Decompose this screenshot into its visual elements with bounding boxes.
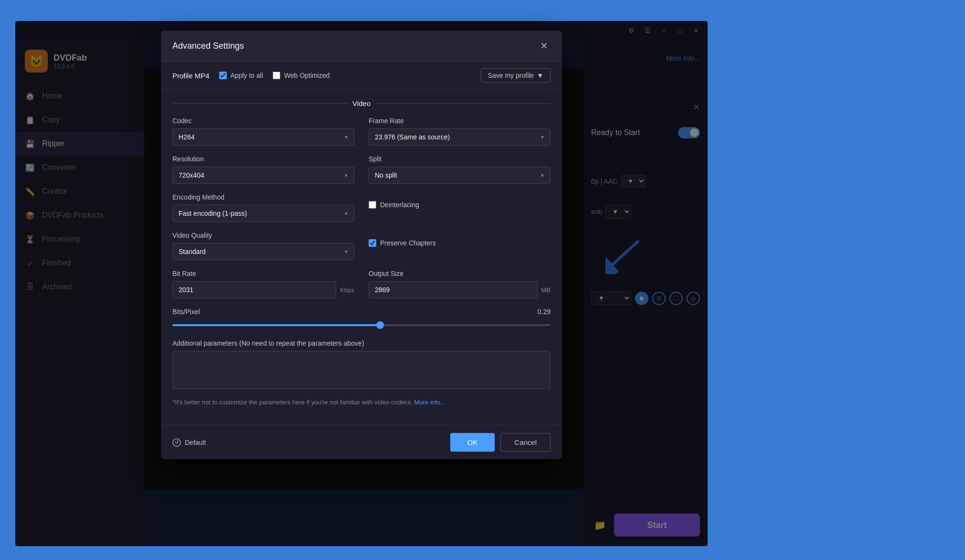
preserve-chapters-label: Preserve Chapters	[380, 239, 436, 247]
bit-rate-input-group: 2031 Kbps	[172, 281, 354, 298]
frame-rate-field: Frame Rate 23.976 (Same as source) 24 25…	[369, 117, 551, 146]
resolution-select-wrapper: 720x404 1280x720 1920x1080	[172, 167, 354, 184]
bits-pixel-value: 0.29	[538, 308, 551, 316]
dialog-body: Video Codec H264 H265 MPEG4 VP9	[161, 90, 562, 425]
encoding-method-field: Encoding Method Fast encoding (1-pass) B…	[172, 193, 354, 222]
web-optimized-label: Web Optimized	[284, 72, 329, 79]
split-field: Split No split By size By time	[369, 155, 551, 184]
warning-text: *It's better not to customize the parame…	[172, 399, 413, 406]
bit-rate-label: Bit Rate	[172, 270, 354, 277]
resolution-field: Resolution 720x404 1280x720 1920x1080	[172, 155, 354, 184]
encoding-method-select-wrapper: Fast encoding (1-pass) Best quality (2-p…	[172, 205, 354, 222]
bit-rate-input[interactable]: 2031	[172, 281, 336, 298]
encoding-method-select[interactable]: Fast encoding (1-pass) Best quality (2-p…	[172, 205, 354, 222]
default-icon: ↺	[172, 438, 181, 447]
cancel-button[interactable]: Cancel	[500, 433, 551, 452]
output-size-label: Output Size	[369, 270, 551, 277]
split-select-wrapper: No split By size By time	[369, 167, 551, 184]
split-label: Split	[369, 155, 551, 163]
codec-label: Codec	[172, 117, 354, 125]
video-section-header: Video	[172, 99, 551, 107]
output-size-unit: MB	[541, 286, 551, 294]
web-optimized-checkbox[interactable]	[273, 72, 280, 79]
more-info-link[interactable]: More info...	[414, 399, 445, 406]
codec-select-wrapper: H264 H265 MPEG4 VP9	[172, 128, 354, 146]
bits-pixel-label-row: Bits/Pixel 0.29	[172, 308, 551, 316]
apply-to-all-label: Apply to all	[231, 72, 263, 79]
frame-rate-select-wrapper: 23.976 (Same as source) 24 25 29.97 30 6…	[369, 128, 551, 146]
preserve-chapters-field: Preserve Chapters	[369, 232, 551, 260]
encoding-method-label: Encoding Method	[172, 193, 354, 201]
dialog-close-button[interactable]: ✕	[537, 39, 551, 53]
default-button[interactable]: ↺ Default	[172, 438, 206, 447]
frame-rate-select[interactable]: 23.976 (Same as source) 24 25 29.97 30 6…	[369, 128, 551, 146]
additional-params-label: Additional parameters (No need to repeat…	[172, 339, 551, 347]
ok-button[interactable]: OK	[450, 433, 495, 452]
dialog-toolbar: Profile MP4 Apply to all Web Optimized S…	[161, 62, 562, 90]
section-line-left	[172, 103, 348, 104]
resolution-label: Resolution	[172, 155, 354, 163]
save-profile-label: Save my profile	[488, 72, 534, 79]
apply-to-all-checkbox[interactable]	[219, 72, 227, 79]
video-quality-label: Video Quality	[172, 232, 354, 239]
codec-framerate-grid: Codec H264 H265 MPEG4 VP9 Frame Rate	[172, 117, 551, 146]
warning-text-row: *It's better not to customize the parame…	[172, 399, 551, 406]
apply-to-all-group[interactable]: Apply to all	[219, 72, 263, 79]
deinterlacing-group[interactable]: Deinterlacing	[369, 201, 551, 209]
bits-pixel-slider-row: Bits/Pixel 0.29	[172, 308, 551, 330]
default-label: Default	[185, 439, 206, 446]
bitrate-output-row: Bit Rate 2031 Kbps Output Size 2869 MB	[172, 270, 551, 298]
frame-rate-label: Frame Rate	[369, 117, 551, 125]
video-quality-select-wrapper: Standard High Very High Low	[172, 243, 354, 260]
footer-actions: OK Cancel	[450, 433, 551, 452]
bit-rate-field: Bit Rate 2031 Kbps	[172, 270, 354, 298]
codec-field: Codec H264 H265 MPEG4 VP9	[172, 117, 354, 146]
modal-overlay: Advanced Settings ✕ Profile MP4 Apply to…	[15, 21, 708, 546]
deinterlacing-field: Deinterlacing	[369, 193, 551, 222]
output-size-field: Output Size 2869 MB	[369, 270, 551, 298]
video-quality-select[interactable]: Standard High Very High Low	[172, 243, 354, 260]
section-line-right	[375, 103, 551, 104]
advanced-settings-dialog: Advanced Settings ✕ Profile MP4 Apply to…	[161, 31, 562, 459]
dialog-footer: ↺ Default OK Cancel	[161, 425, 562, 459]
quality-preserve-grid: Video Quality Standard High Very High Lo…	[172, 232, 551, 260]
bits-pixel-slider-container	[172, 320, 551, 330]
codec-select[interactable]: H264 H265 MPEG4 VP9	[172, 128, 354, 146]
save-profile-button[interactable]: Save my profile ▼	[481, 68, 551, 83]
bits-pixel-slider[interactable]	[172, 324, 551, 326]
resolution-split-grid: Resolution 720x404 1280x720 1920x1080 Sp…	[172, 155, 551, 184]
preserve-chapters-group[interactable]: Preserve Chapters	[369, 239, 551, 247]
video-quality-field: Video Quality Standard High Very High Lo…	[172, 232, 354, 260]
additional-params-section: Additional parameters (No need to repeat…	[172, 339, 551, 391]
bit-rate-unit: Kbps	[340, 286, 354, 294]
split-select[interactable]: No split By size By time	[369, 167, 551, 184]
web-optimized-group[interactable]: Web Optimized	[273, 72, 329, 79]
deinterlacing-checkbox[interactable]	[369, 201, 376, 209]
save-profile-dropdown-icon: ▼	[537, 72, 543, 79]
dialog-header: Advanced Settings ✕	[161, 31, 562, 62]
output-size-input-group: 2869 MB	[369, 281, 551, 298]
bits-pixel-label: Bits/Pixel	[172, 308, 200, 316]
preserve-chapters-checkbox[interactable]	[369, 239, 376, 247]
resolution-select[interactable]: 720x404 1280x720 1920x1080	[172, 167, 354, 184]
additional-params-textarea[interactable]	[172, 351, 551, 389]
profile-label: Profile MP4	[172, 72, 210, 80]
encoding-deinterlacing-grid: Encoding Method Fast encoding (1-pass) B…	[172, 193, 551, 222]
dialog-title: Advanced Settings	[172, 41, 244, 51]
deinterlacing-label: Deinterlacing	[380, 201, 419, 209]
video-section-title: Video	[352, 99, 371, 107]
output-size-input[interactable]: 2869	[369, 281, 538, 298]
